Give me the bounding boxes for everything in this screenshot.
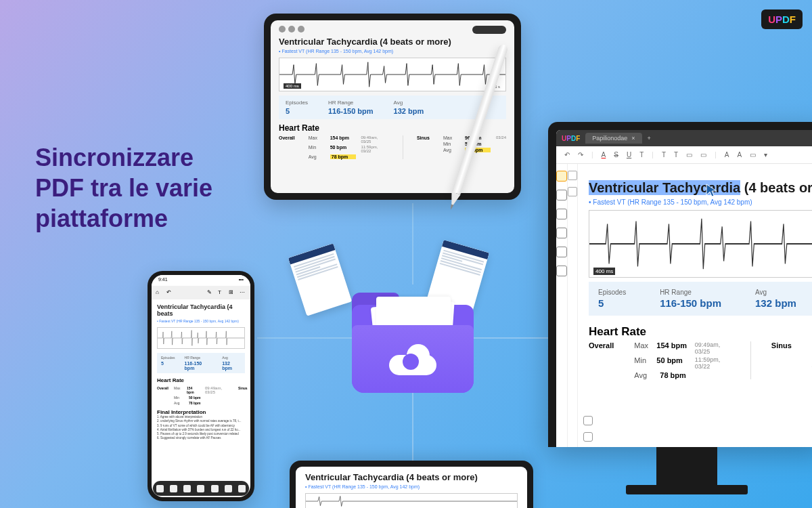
updf-logo-badge: UPDF [761,9,803,29]
home-icon[interactable]: ⌂ [156,289,162,296]
ecg-chart: 400 ms [589,210,812,278]
floating-document [288,243,352,316]
document-canvas[interactable]: Ventricular Tachycardia (4 beats or more… [578,164,812,447]
ecg-chart [157,327,245,349]
close-icon[interactable]: × [631,135,635,142]
app-titlebar: UPDF Papilionodae× + [556,130,812,146]
nav-icon[interactable] [583,432,593,442]
shape-icon[interactable]: ▭ [750,151,756,158]
final-interpretation-list: 1. Agree with above interpretation 2. un… [157,415,245,441]
nav-icon[interactable] [583,416,593,425]
phone-status-bar: 9:41••• [152,275,250,286]
phone-device: 9:41••• ⌂ ↶ ✎ T ⊞ ⋯ Ventricular Tachycar… [148,271,254,501]
headline: Sincronizzare PDF tra le varie piattafor… [35,142,212,234]
updf-logo-small: UPDF [562,135,580,142]
connector-line [474,337,555,339]
heart-rate-table: Overall Max154 bpm09:49am, 03/25 Min50 b… [589,341,812,379]
ecg-chart [305,493,518,508]
bottom-nav-rail[interactable] [583,416,593,442]
highlight-icon[interactable]: A [725,151,729,158]
tool-icon[interactable] [238,485,246,492]
stats-summary: Episodes5 HR Range116-150 bpm Avg132 bpm [279,96,506,119]
tool-icon[interactable] [197,485,204,492]
protect-tool-icon[interactable] [556,266,567,276]
stamp-icon[interactable]: ▭ [700,151,706,158]
redo-icon[interactable]: ↷ [578,151,583,158]
tool-icon[interactable] [156,485,164,492]
form-tool-icon[interactable] [556,247,567,257]
document-tab[interactable]: Papilionodae× [585,133,641,144]
stats-summary: Episodes5 HR Range116-150 bpm Avg132 bpm [589,282,812,316]
underline-icon[interactable]: U [627,151,631,158]
tool-icon[interactable] [170,485,177,492]
document-title: Ventricular Tachycardia (4 beats or more… [305,472,518,482]
left-nav-rail[interactable] [568,164,578,447]
heart-rate-title: Heart Rate [157,377,245,383]
bookmark-icon[interactable] [568,187,577,196]
undo-icon[interactable]: ↶ [564,151,570,158]
connector-line [412,203,413,284]
tablet-screen: Ventricular Tachycardia (4 beats or more… [271,20,514,193]
font-color-icon[interactable]: A [602,151,606,158]
cloud-icon [389,343,436,375]
page-tool-icon[interactable] [556,228,567,238]
more-icon[interactable]: ⋯ [240,289,246,296]
grid-icon[interactable]: ⊞ [229,289,235,296]
document-title: Ventricular Tachycardia (4 beats or more… [279,37,506,47]
phone-bottom-toolbar[interactable] [153,481,249,496]
edit-tool-icon[interactable] [556,190,567,200]
textbox-icon[interactable]: T [662,151,666,158]
new-tab-button[interactable]: + [648,135,651,142]
pen-icon[interactable]: A [737,151,742,158]
ecg-scale-label: 400 ms [284,83,301,89]
thumbnail-icon[interactable] [568,171,577,180]
document-title: Ventricular Tachycardia (4 beats [157,303,245,317]
tablet-notch [472,26,506,34]
type-icon[interactable]: T [218,289,225,296]
final-interpretation-title: Final Interpretation [157,409,245,415]
document-subtitle: Fastest VT (HR Range 135 - 150 bpm, Avg … [305,484,518,489]
pen-icon[interactable]: ✎ [207,289,214,296]
tool-icon[interactable] [211,485,219,492]
heart-rate-title: Heart Rate [589,325,812,339]
document-subtitle: Fastest VT (HR Range 135 - 150 bpm, Avg … [157,319,245,323]
connector-line [412,393,413,461]
heart-rate-table: Overall Max154 bpm09:49am, 03/25 Min50 b… [157,386,245,405]
ecg-scale-label: 400 ms [593,268,615,275]
highlight-tool-icon[interactable] [556,171,567,182]
desktop-monitor: UPDF Papilionodae× + ↶ ↷ | A S U T | T T… [548,122,812,447]
left-tool-rail[interactable] [556,164,568,447]
stats-summary: Episodes5 HR Range116-150 bpm Avg132 bpm [157,353,245,373]
back-icon[interactable]: ↶ [166,289,173,296]
more-icon[interactable]: ▾ [764,151,767,158]
cloud-folder [352,284,474,393]
strikethrough-icon[interactable]: S [614,151,618,158]
tool-icon[interactable] [183,485,191,492]
format-toolbar[interactable]: ↶ ↷ | A S U T | T T ▭ ▭ | A A ▭ ▾ [556,146,812,164]
ecg-chart: 400 ms 6 s [279,58,506,91]
text-callout-icon[interactable]: T [674,151,678,158]
note-icon[interactable]: ▭ [686,151,692,158]
tablet-device-bottom: Ventricular Tachycardia (4 beats or more… [290,461,533,508]
document-title: Ventricular Tachycardia (4 beats or more… [589,180,812,196]
text-icon[interactable]: T [639,151,644,158]
document-subtitle: Fastest VT (HR Range 135 - 150 bpm, Avg … [279,49,506,54]
connector-line [257,337,352,339]
document-subtitle: Fastest VT (HR Range 135 - 150 bpm, Avg … [589,198,812,206]
tool-icon[interactable] [225,485,232,492]
phone-toolbar[interactable]: ⌂ ↶ ✎ T ⊞ ⋯ [152,286,250,299]
comment-tool-icon[interactable] [556,209,567,219]
